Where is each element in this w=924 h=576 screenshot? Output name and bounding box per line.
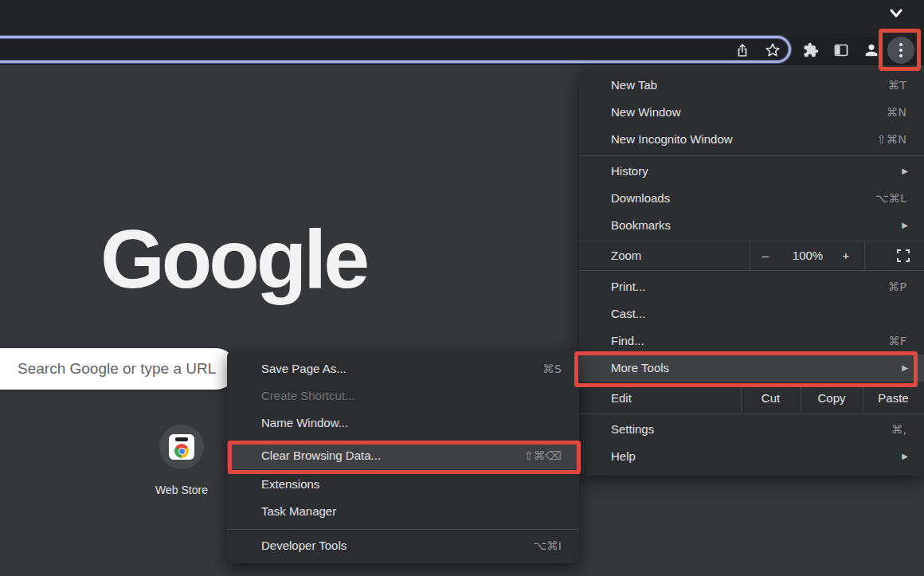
menu-divider (579, 241, 924, 241)
menu-item-edit: Edit Cut Copy Paste (579, 385, 924, 412)
edit-copy-button[interactable]: Copy (801, 385, 863, 412)
menu-divider (579, 155, 924, 156)
annotation-box-clear-browsing-data (228, 441, 581, 474)
zoom-level-value: 100% (784, 242, 832, 269)
submenu-item-name-window[interactable]: Name Window... (227, 409, 579, 437)
menu-item-new-window[interactable]: New Window ⌘N (579, 99, 924, 126)
menu-item-settings[interactable]: Settings ⌘, (579, 416, 924, 443)
menu-item-cast[interactable]: Cast... (579, 300, 924, 327)
submenu-arrow-icon: ▶ (902, 443, 908, 470)
star-icon (765, 42, 781, 58)
fullscreen-icon[interactable] (897, 249, 910, 262)
side-panel-icon (833, 42, 849, 58)
submenu-item-developer-tools[interactable]: Developer Tools ⌥⌘I (227, 532, 579, 559)
zoom-out-button[interactable]: – (756, 242, 775, 269)
menu-item-zoom: Zoom – 100% + (579, 242, 924, 269)
menu-item-print[interactable]: Print... ⌘P (579, 273, 924, 300)
menu-divider (579, 413, 924, 414)
edit-paste-button[interactable]: Paste (863, 385, 924, 412)
menu-item-new-incognito-window[interactable]: New Incognito Window ⇧⌘N (579, 126, 924, 153)
menu-item-find[interactable]: Find... ⌘F (579, 327, 924, 355)
menu-divider (227, 529, 579, 530)
browser-window: Google Search Google or type a URL Web S… (0, 0, 924, 576)
browser-menu: New Tab ⌘T New Window ⌘N New Incognito W… (579, 70, 924, 476)
submenu-item-save-page-as[interactable]: Save Page As... ⌘S (227, 355, 579, 382)
edit-cut-button[interactable]: Cut (741, 385, 801, 412)
menu-item-history[interactable]: History ▶ (579, 158, 924, 185)
avatar-icon (863, 41, 880, 59)
chevron-down-icon[interactable] (886, 6, 906, 21)
menu-item-downloads[interactable]: Downloads ⌥⌘L (579, 185, 924, 212)
bookmark-star-button[interactable] (762, 39, 784, 61)
webstore-shortcut[interactable] (159, 425, 204, 469)
submenu-arrow-icon: ▶ (902, 212, 908, 239)
annotation-box-more-tools (574, 351, 918, 387)
google-logo: Google (94, 212, 373, 307)
submenu-item-extensions[interactable]: Extensions (227, 471, 579, 498)
omnibox-focus-ring[interactable] (0, 36, 791, 63)
submenu-item-task-manager[interactable]: Task Manager (227, 498, 579, 525)
side-panel-button[interactable] (830, 39, 852, 61)
tab-strip (0, 0, 924, 37)
extensions-button[interactable] (800, 39, 822, 61)
webstore-icon (169, 434, 194, 460)
menu-item-new-tab[interactable]: New Tab ⌘T (579, 72, 924, 99)
annotation-box-menu-button (879, 29, 921, 71)
share-button[interactable] (731, 39, 754, 61)
submenu-arrow-icon: ▶ (902, 158, 908, 185)
share-icon (734, 42, 750, 58)
puzzle-icon (803, 42, 819, 58)
search-input[interactable]: Search Google or type a URL (0, 348, 237, 390)
zoom-in-button[interactable]: + (836, 242, 855, 269)
submenu-item-create-shortcut: Create Shortcut... (227, 382, 579, 409)
search-placeholder: Search Google or type a URL (0, 348, 237, 390)
menu-divider (579, 270, 924, 271)
menu-item-bookmarks[interactable]: Bookmarks ▶ (579, 212, 924, 239)
webstore-label: Web Store (132, 484, 231, 496)
menu-item-help[interactable]: Help ▶ (579, 443, 924, 470)
